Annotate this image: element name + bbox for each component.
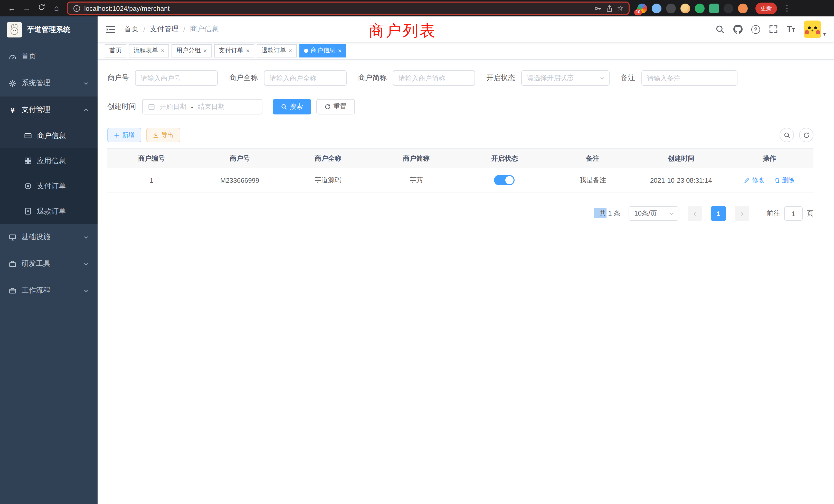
chevron-down-icon bbox=[668, 211, 674, 216]
sidebar-item-system[interactable]: 系统管理 bbox=[0, 70, 97, 96]
cell-merchant-id: 1 bbox=[107, 168, 196, 192]
reset-button[interactable]: 重置 bbox=[316, 99, 355, 114]
goto-page-input[interactable] bbox=[784, 206, 803, 221]
sidebar-item-workflow[interactable]: 工作流程 bbox=[0, 277, 97, 304]
extensions-area: 10 bbox=[637, 3, 748, 13]
search-button[interactable]: 搜索 bbox=[273, 99, 311, 114]
tab-pay-order[interactable]: 支付订单× bbox=[214, 44, 254, 57]
field-label: 备注 bbox=[621, 73, 635, 83]
next-page-button[interactable]: › bbox=[735, 206, 749, 221]
cell-full-name: 芋道源码 bbox=[284, 168, 372, 192]
sidebar-item-label: 研发工具 bbox=[22, 259, 50, 269]
field-merchant-no: 商户号 bbox=[107, 70, 218, 86]
pencil-icon bbox=[744, 177, 750, 183]
app-logo[interactable]: 芋道管理系统 bbox=[0, 17, 97, 43]
cell-merchant-no: M233666999 bbox=[196, 168, 284, 192]
breadcrumb-item[interactable]: 首页 bbox=[124, 25, 139, 34]
sidebar-item-payment[interactable]: ¥ 支付管理 bbox=[0, 96, 97, 123]
document-icon bbox=[24, 207, 32, 215]
toggle-search-button[interactable] bbox=[780, 128, 794, 142]
tab-refund-order[interactable]: 退款订单× bbox=[257, 44, 297, 57]
status-toggle[interactable] bbox=[494, 175, 515, 185]
chevron-down-icon bbox=[83, 234, 89, 240]
bookmark-star-icon[interactable]: ☆ bbox=[617, 5, 623, 12]
github-icon[interactable] bbox=[733, 25, 743, 34]
cell-actions: 修改 删除 bbox=[725, 168, 813, 192]
prev-page-button[interactable]: ‹ bbox=[688, 206, 702, 221]
sidebar-item-home[interactable]: 首页 bbox=[0, 43, 97, 70]
address-bar[interactable]: localhost:1024/pay/merchant ☆ bbox=[67, 2, 630, 15]
extension-icon-3[interactable] bbox=[666, 3, 676, 13]
share-icon[interactable] bbox=[606, 4, 613, 12]
extension-icon-2[interactable] bbox=[652, 3, 661, 13]
table-header-row: 商户编号 商户号 商户全称 商户简称 开启状态 备注 创建时间 操作 bbox=[107, 148, 813, 168]
export-button[interactable]: 导出 bbox=[146, 128, 180, 142]
extension-icon-5[interactable] bbox=[695, 3, 705, 13]
close-icon[interactable]: × bbox=[203, 47, 207, 54]
tab-process-form[interactable]: 流程表单× bbox=[129, 44, 169, 57]
search-icon[interactable] bbox=[716, 25, 725, 34]
fullscreen-icon[interactable] bbox=[769, 25, 778, 34]
card-icon bbox=[24, 132, 32, 140]
chrome-update-button[interactable]: 更新 bbox=[755, 2, 777, 14]
plus-icon bbox=[114, 132, 120, 138]
edit-link[interactable]: 修改 bbox=[744, 176, 764, 184]
avatar[interactable] bbox=[804, 21, 821, 38]
remark-input[interactable] bbox=[641, 70, 738, 86]
pagination: 共1 条 10条/页 ‹ 1 › 前往 页 bbox=[107, 206, 813, 221]
user-menu[interactable]: ▾ bbox=[804, 21, 826, 38]
sidebar-item-label: 支付订单 bbox=[37, 181, 66, 191]
close-icon[interactable]: × bbox=[246, 47, 249, 54]
refresh-table-button[interactable] bbox=[799, 128, 813, 142]
date-range-picker[interactable]: 开始日期 - 结束日期 bbox=[142, 99, 262, 114]
page-size-select[interactable]: 10条/页 bbox=[629, 206, 678, 221]
add-button[interactable]: 新增 bbox=[107, 128, 141, 142]
current-page-button[interactable]: 1 bbox=[711, 206, 726, 221]
hamburger-icon[interactable] bbox=[106, 24, 115, 34]
sidebar-item-merchant-info[interactable]: 商户信息 bbox=[0, 123, 97, 148]
goto-page: 前往 页 bbox=[767, 206, 813, 221]
tab-user-group[interactable]: 用户分组× bbox=[172, 44, 212, 57]
tab-merchant-info-active[interactable]: 商户信息× bbox=[300, 44, 346, 57]
extension-icon-6[interactable] bbox=[709, 3, 719, 13]
extension-icon-8[interactable] bbox=[738, 3, 748, 13]
short-name-input[interactable] bbox=[393, 70, 475, 86]
site-info-icon[interactable] bbox=[73, 4, 81, 12]
select-placeholder: 请选择开启状态 bbox=[527, 73, 574, 83]
field-label: 开启状态 bbox=[486, 73, 515, 83]
monitor-icon bbox=[9, 233, 17, 241]
goto-label: 前往 bbox=[767, 209, 780, 218]
tags-view-bar: 首页 流程表单× 用户分组× 支付订单× 退款订单× 商户信息× bbox=[97, 42, 834, 60]
merchant-no-input[interactable] bbox=[135, 70, 218, 86]
extension-icon-4[interactable] bbox=[680, 3, 690, 13]
table-toolbar: 新增 导出 bbox=[107, 128, 813, 142]
browser-back-icon[interactable]: ← bbox=[5, 0, 19, 17]
close-icon[interactable]: × bbox=[161, 47, 164, 54]
browser-reload-icon[interactable] bbox=[35, 0, 48, 17]
password-key-icon[interactable] bbox=[594, 4, 602, 12]
browser-menu-icon[interactable]: ⋮ bbox=[783, 4, 791, 13]
chevron-down-icon bbox=[83, 288, 89, 293]
sidebar-item-app-info[interactable]: 应用信息 bbox=[0, 148, 97, 174]
browser-home-icon[interactable]: ⌂ bbox=[50, 0, 63, 17]
caret-down-icon: ▾ bbox=[823, 31, 826, 38]
breadcrumb-item[interactable]: 支付管理 bbox=[150, 25, 179, 34]
page-annotation: 商户列表 bbox=[369, 21, 437, 42]
tab-home[interactable]: 首页 bbox=[105, 44, 126, 57]
close-icon[interactable]: × bbox=[338, 47, 342, 54]
extension-icon-7[interactable] bbox=[724, 3, 733, 13]
help-icon[interactable]: ? bbox=[751, 25, 760, 33]
search-icon bbox=[281, 104, 287, 110]
sidebar-item-refund-order[interactable]: 退款订单 bbox=[0, 199, 97, 224]
close-icon[interactable]: × bbox=[289, 47, 292, 54]
delete-link[interactable]: 删除 bbox=[774, 176, 794, 184]
browser-forward-icon[interactable]: → bbox=[20, 0, 34, 17]
sidebar-item-dev-tools[interactable]: 研发工具 bbox=[0, 250, 97, 277]
date-start-placeholder: 开始日期 bbox=[160, 102, 186, 111]
full-name-input[interactable] bbox=[264, 70, 347, 86]
extension-icon-1[interactable]: 10 bbox=[637, 3, 647, 13]
status-select[interactable]: 请选择开启状态 bbox=[521, 70, 610, 86]
sidebar-item-pay-order[interactable]: 支付订单 bbox=[0, 174, 97, 199]
font-size-icon[interactable]: TT bbox=[787, 25, 795, 33]
sidebar-item-infrastructure[interactable]: 基础设施 bbox=[0, 224, 97, 250]
